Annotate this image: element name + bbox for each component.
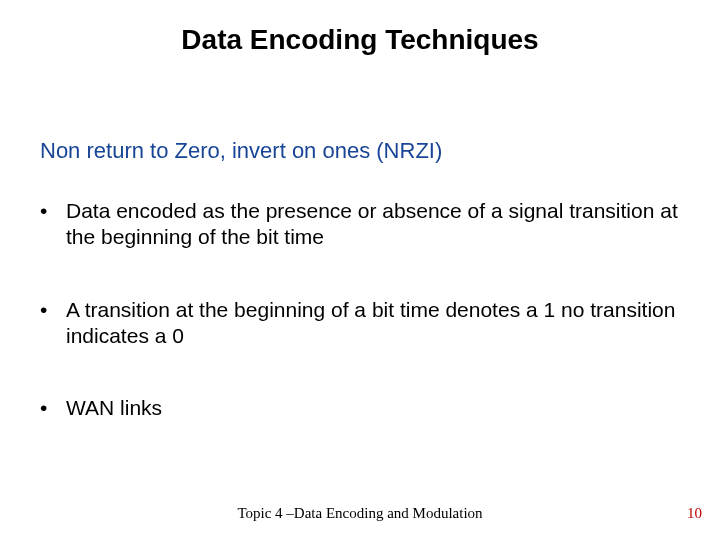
bullet-icon: • xyxy=(40,395,66,421)
slide-title: Data Encoding Techniques xyxy=(0,24,720,56)
list-item: • Data encoded as the presence or absenc… xyxy=(40,198,680,251)
slide: Data Encoding Techniques Non return to Z… xyxy=(0,0,720,540)
footer-text: Topic 4 –Data Encoding and Modulation xyxy=(0,505,720,522)
bullet-list: • Data encoded as the presence or absenc… xyxy=(40,198,680,467)
bullet-icon: • xyxy=(40,297,66,350)
bullet-text: A transition at the beginning of a bit t… xyxy=(66,297,680,350)
bullet-text: Data encoded as the presence or absence … xyxy=(66,198,680,251)
bullet-text: WAN links xyxy=(66,395,680,421)
list-item: • A transition at the beginning of a bit… xyxy=(40,297,680,350)
page-number: 10 xyxy=(687,505,702,522)
bullet-icon: • xyxy=(40,198,66,251)
list-item: • WAN links xyxy=(40,395,680,421)
slide-subheading: Non return to Zero, invert on ones (NRZI… xyxy=(40,138,442,164)
